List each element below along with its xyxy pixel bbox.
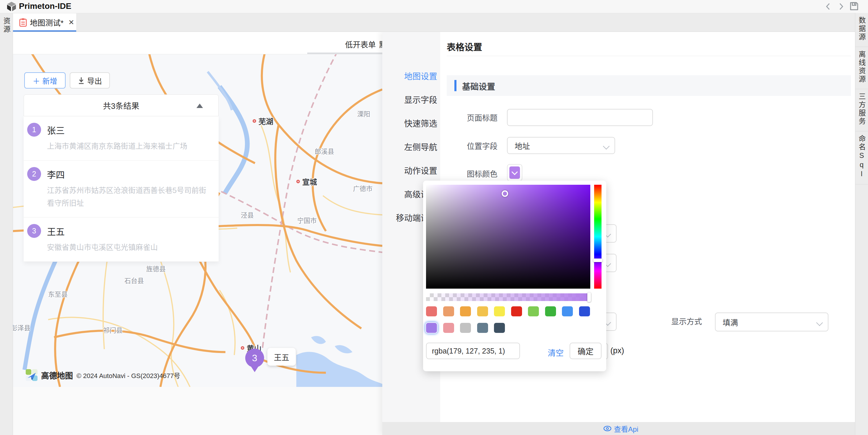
- preset-swatch[interactable]: [443, 323, 454, 333]
- map-label-dongzhi: 东至县: [48, 289, 68, 298]
- menu-item-quick-filter[interactable]: 快速筛选: [404, 117, 437, 129]
- hue-slider[interactable]: [594, 185, 601, 289]
- icon-color-label: 图标颜色: [467, 168, 498, 179]
- clear-button[interactable]: 清空: [548, 347, 564, 358]
- preset-swatch[interactable]: [460, 306, 471, 316]
- nav-forward-icon[interactable]: [837, 2, 845, 11]
- page-title-input[interactable]: [507, 109, 653, 126]
- color-value-input[interactable]: rgba(179, 127, 235, 1): [426, 343, 520, 359]
- preset-swatch[interactable]: [443, 306, 454, 316]
- location-field-select[interactable]: 地址: [507, 137, 615, 154]
- color-picker-popover: rgba(179, 127, 235, 1) 清空 确定: [423, 180, 606, 371]
- sidebar-item-offline-resources[interactable]: 离线资源: [855, 47, 868, 89]
- item-badge: 3: [27, 224, 41, 238]
- city-dot: [296, 180, 300, 183]
- view-api-link[interactable]: 查看Api: [603, 424, 639, 434]
- save-icon[interactable]: [849, 1, 859, 11]
- city-dot: [253, 119, 256, 123]
- display-mode-select[interactable]: 填满: [715, 312, 829, 331]
- section-header: 基础设置: [447, 75, 851, 96]
- saturation-cursor[interactable]: [502, 190, 508, 197]
- result-summary-bar[interactable]: 共3条结果: [24, 94, 219, 116]
- map-marker-pin[interactable]: 3: [245, 348, 264, 367]
- designer-tab-lowcode-form[interactable]: 低开表单: [345, 39, 376, 49]
- eye-icon: [603, 426, 612, 431]
- sidebar-item-resources[interactable]: 资源: [0, 17, 13, 34]
- chevron-down-icon: [816, 319, 823, 326]
- preset-swatch[interactable]: [511, 306, 522, 316]
- preset-swatch[interactable]: [528, 306, 539, 316]
- preset-swatch-selected[interactable]: [426, 323, 437, 333]
- result-panel: 共3条结果 1 张三 上海市黄浦区南京东路街道上海来福士广场 2 李四 江苏省苏…: [24, 94, 219, 262]
- title-bar: Primeton-IDE: [0, 0, 868, 13]
- map-label-langxi: 郎溪县: [315, 146, 334, 156]
- px-suffix: (px): [610, 346, 624, 355]
- menu-item-left-nav[interactable]: 左侧导航: [404, 141, 437, 153]
- list-item[interactable]: 3 王五 安徽省黄山市屯溪区屯光镇麻雀山: [24, 218, 219, 262]
- hue-handle[interactable]: [593, 259, 602, 262]
- preset-swatch[interactable]: [460, 323, 471, 333]
- map-label-wuhu: 芜湖: [253, 116, 273, 126]
- section-title: 基础设置: [462, 80, 495, 92]
- location-field-value: 地址: [515, 140, 530, 151]
- alpha-handle[interactable]: [587, 293, 591, 302]
- amap-logo-icon: [26, 369, 37, 381]
- preset-swatch[interactable]: [426, 306, 437, 316]
- item-address: 江苏省苏州市姑苏区沧浪街道西善长巷5号司前街看守所旧址: [47, 184, 212, 209]
- map-label-pengze: 彭泽县: [13, 323, 30, 332]
- designer-tab-underline: [307, 53, 382, 54]
- saturation-area[interactable]: [426, 185, 590, 289]
- list-item[interactable]: 1 张三 上海市黄浦区南京东路街道上海来福士广场: [24, 116, 219, 161]
- sidebar-item-datasource[interactable]: 数据源: [855, 13, 868, 47]
- map-label-guangde: 广德市: [353, 183, 373, 193]
- sidebar-item-named-sql[interactable]: 命名Sql: [855, 131, 868, 185]
- preset-swatch-row-2: [426, 323, 505, 333]
- icon-color-button[interactable]: [507, 164, 522, 181]
- active-tab-underline: [13, 30, 76, 32]
- panel-title: 表格设置: [447, 40, 482, 53]
- marker-number: 3: [252, 353, 257, 364]
- nav-back-icon[interactable]: [824, 2, 833, 11]
- city-dot: [241, 346, 244, 350]
- page-title-label: 页面标题: [467, 112, 498, 123]
- display-mode-value: 填满: [723, 317, 738, 328]
- tab-strip: 地图测试* ✕: [13, 13, 855, 32]
- right-sidebar: 数据源 离线资源 三方服务 命名Sql: [855, 13, 868, 435]
- designer-tab-strip: 低开表单 默: [13, 32, 382, 54]
- preset-swatch[interactable]: [545, 306, 556, 316]
- export-button[interactable]: 导出: [70, 72, 110, 89]
- section-accent-bar: [454, 80, 457, 91]
- preset-swatch[interactable]: [562, 306, 573, 316]
- map-label-jingde: 旌德县: [146, 264, 166, 273]
- list-item[interactable]: 2 李四 江苏省苏州市姑苏区沧浪街道西善长巷5号司前街看守所旧址: [24, 161, 219, 218]
- menu-item-action-settings[interactable]: 动作设置: [404, 164, 437, 176]
- icon-color-swatch: [509, 166, 520, 179]
- tab-map-test[interactable]: 地图测试* ✕: [13, 13, 76, 32]
- preset-swatch[interactable]: [477, 306, 488, 316]
- map-label-ningguo: 宁国市: [297, 215, 317, 225]
- add-button[interactable]: ＋新增: [24, 72, 66, 89]
- menu-item-display-fields[interactable]: 显示字段: [404, 94, 437, 105]
- result-list: 1 张三 上海市黄浦区南京东路街道上海来福士广场 2 李四 江苏省苏州市姑苏区沧…: [24, 116, 219, 262]
- download-icon: [78, 77, 85, 85]
- display-mode-label: 显示方式: [671, 315, 702, 326]
- preset-swatch[interactable]: [477, 323, 488, 333]
- map-label-liyang: 溧阳: [357, 109, 370, 118]
- sidebar-item-thirdparty-services[interactable]: 三方服务: [855, 89, 868, 131]
- content-background: [13, 387, 382, 435]
- tab-close-icon[interactable]: ✕: [68, 18, 74, 27]
- preset-swatch[interactable]: [494, 323, 505, 333]
- plus-icon: ＋: [32, 75, 40, 86]
- item-badge: 2: [27, 167, 41, 181]
- preset-swatch[interactable]: [494, 306, 505, 316]
- alpha-slider[interactable]: [426, 293, 590, 301]
- result-summary: 共3条结果: [103, 100, 139, 111]
- collapse-triangle-icon[interactable]: [196, 104, 203, 108]
- confirm-button[interactable]: 确定: [569, 343, 601, 359]
- map-label-xuancheng: 宣城: [296, 176, 317, 187]
- amap-brand: 高德地图: [41, 369, 73, 381]
- item-badge: 1: [27, 123, 41, 137]
- map-label-qimen: 祁门县: [103, 325, 123, 334]
- menu-item-map-settings[interactable]: 地图设置: [404, 70, 437, 82]
- preset-swatch[interactable]: [579, 306, 590, 316]
